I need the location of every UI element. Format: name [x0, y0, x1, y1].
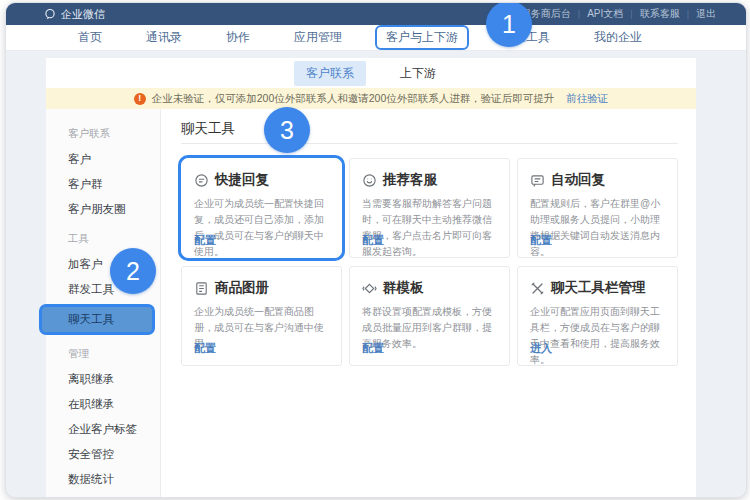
tool-cards-grid: 快捷回复 企业可为成员统一配置快捷回复，成员还可自己添加，添加后，成员可在与客户… — [181, 158, 678, 366]
chat-toolbar-icon — [530, 281, 545, 296]
card-desc: 配置规则后，客户在群里@小助理或服务人员提问，小助理将根据关键词自动发送消息内容… — [530, 196, 665, 260]
sidebar-item-customer-tags[interactable]: 企业客户标签 — [46, 417, 160, 442]
card-title: 聊天工具栏管理 — [551, 279, 646, 297]
main-content: 聊天工具 快捷回复 企业可为成员统一配置快捷回复，成员还可自己添加，添加后，成员… — [161, 109, 696, 497]
separator: | — [630, 9, 632, 19]
sidebar-item-resigned-inheritance[interactable]: 离职继承 — [46, 367, 160, 392]
banner-text: 企业未验证，仅可添加200位外部联系人和邀请200位外部联系人进群，验证后即可提… — [152, 92, 555, 106]
annotation-badge-1: 1 — [486, 2, 532, 47]
nav-item-home[interactable]: 首页 — [78, 29, 102, 46]
card-quick-reply[interactable]: 快捷回复 企业可为成员统一配置快捷回复，成员还可自己添加，添加后，成员可在与客户… — [181, 158, 342, 258]
separator: | — [687, 9, 689, 19]
card-chat-toolbar-management[interactable]: 聊天工具栏管理 企业可配置应用页面到聊天工具栏，方便成员在与客户的聊天中查看和使… — [517, 266, 678, 366]
topbar-links: 服务商后台 | API文档 | 联系客服 | 退出 — [521, 7, 746, 21]
sidebar-header-tools: 工具 — [46, 222, 160, 252]
card-group-template[interactable]: 群模板 将群设置项配置成模板，方便成员批量应用到客户群聊，提高服务效率。 配置 — [349, 266, 510, 366]
card-title: 推荐客服 — [383, 171, 437, 189]
card-title: 自动回复 — [551, 171, 605, 189]
sidebar-item-data-statistics[interactable]: 数据统计 — [46, 467, 160, 492]
configure-link[interactable]: 配置 — [194, 233, 216, 248]
enter-link[interactable]: 进入 — [530, 341, 552, 356]
sidebar-item-security-control[interactable]: 安全管控 — [46, 442, 160, 467]
card-title: 商品图册 — [215, 279, 269, 297]
verification-banner: ! 企业未验证，仅可添加200位外部联系人和邀请200位外部联系人进群，验证后即… — [46, 88, 696, 109]
product-album-icon — [194, 281, 209, 296]
configure-link[interactable]: 配置 — [194, 341, 216, 356]
card-desc: 当需要客服帮助解答客户问题时，可在聊天中主动推荐微信客服，客户点击名片即可向客服… — [362, 196, 497, 260]
title-divider — [181, 143, 678, 144]
brand-name: 企业微信 — [61, 7, 105, 22]
card-product-album[interactable]: 商品图册 企业为成员统一配置商品图册，成员可在与客户沟通中使用。 配置 — [181, 266, 342, 366]
card-title: 群模板 — [383, 279, 424, 297]
annotation-badge-2: 2 — [110, 248, 156, 294]
card-desc: 企业可配置应用页面到聊天工具栏，方便成员在与客户的聊天中查看和使用，提高服务效率… — [530, 304, 665, 368]
configure-link[interactable]: 配置 — [530, 233, 552, 248]
group-template-icon — [362, 281, 377, 296]
nav-item-app-management[interactable]: 应用管理 — [294, 29, 342, 46]
go-verify-link[interactable]: 前往验证 — [566, 92, 608, 106]
sidebar-header-management: 管理 — [46, 337, 160, 367]
logout-link[interactable]: 退出 — [696, 7, 716, 21]
configure-link[interactable]: 配置 — [362, 341, 384, 356]
nav-item-my-company[interactable]: 我的企业 — [594, 29, 642, 46]
tab-customer-contact[interactable]: 客户联系 — [294, 61, 366, 86]
card-title: 快捷回复 — [215, 171, 269, 189]
api-docs-link[interactable]: API文档 — [587, 7, 623, 21]
card-auto-reply[interactable]: 自动回复 配置规则后，客户在群里@小助理或服务人员提问，小助理将根据关键词自动发… — [517, 158, 678, 258]
brand: 企业微信 — [6, 7, 105, 22]
tab-strip: 客户联系 上下游 — [46, 58, 696, 88]
sidebar-item-customer-groups[interactable]: 客户群 — [46, 172, 160, 197]
warning-icon: ! — [134, 93, 146, 105]
sidebar-item-customer-moments[interactable]: 客户朋友圈 — [46, 197, 160, 222]
sidebar-item-chat-tools-selected[interactable]: 聊天工具 — [39, 304, 155, 335]
sidebar: 客户联系 客户 客户群 客户朋友圈 工具 加客户 群发工具 聊天工具 管理 离职… — [46, 109, 161, 497]
wechat-work-logo-icon — [44, 8, 56, 20]
quick-reply-icon — [194, 173, 209, 188]
card-recommend-service[interactable]: 推荐客服 当需要客服帮助解答客户问题时，可在聊天中主动推荐微信客服，客户点击名片… — [349, 158, 510, 258]
annotation-badge-3: 3 — [264, 107, 310, 153]
app-window: 企业微信 服务商后台 | API文档 | 联系客服 | 退出 首页 通讯录 协作… — [5, 2, 747, 498]
sidebar-item-customers[interactable]: 客户 — [46, 147, 160, 172]
sidebar-item-onjob-inheritance[interactable]: 在职继承 — [46, 392, 160, 417]
separator: | — [578, 9, 580, 19]
nav-item-customers-highlighted[interactable]: 客户与上下游 — [375, 25, 469, 50]
page-title: 聊天工具 — [181, 120, 235, 138]
main-nav: 首页 通讯录 协作 应用管理 客户与上下游 管理工具 我的企业 — [6, 25, 746, 51]
configure-link[interactable]: 配置 — [362, 233, 384, 248]
sidebar-header-customer-contact: 客户联系 — [46, 117, 160, 147]
auto-reply-icon — [530, 173, 545, 188]
nav-item-contacts[interactable]: 通讯录 — [146, 29, 182, 46]
recommend-service-icon — [362, 173, 377, 188]
topbar: 企业微信 服务商后台 | API文档 | 联系客服 | 退出 — [6, 3, 746, 25]
contact-support-link[interactable]: 联系客服 — [640, 7, 680, 21]
nav-item-collaboration[interactable]: 协作 — [226, 29, 250, 46]
tab-upstream-downstream[interactable]: 上下游 — [388, 61, 448, 86]
card-desc: 企业可为成员统一配置快捷回复，成员还可自己添加，添加后，成员可在与客户的聊天中使… — [194, 196, 329, 260]
